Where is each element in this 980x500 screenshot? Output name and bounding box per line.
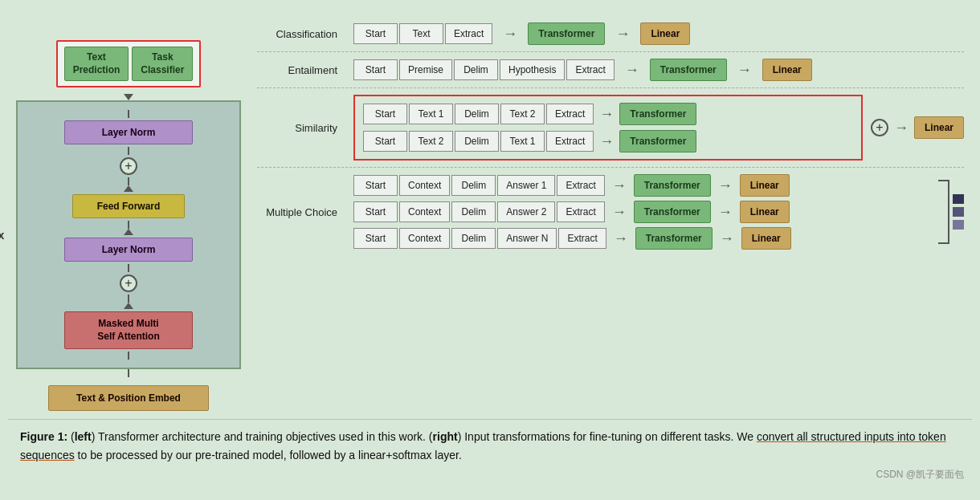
mc2-inputs: Start Context Delim Answer 2 Extract	[353, 201, 605, 222]
mc-row-3: Start Context Delim Answer N Extract → T…	[353, 227, 929, 250]
classification-inputs: Start Text Extract	[353, 23, 492, 44]
layer-norm-1-box: Layer Norm	[64, 120, 193, 144]
mc2-delim: Delim	[451, 201, 496, 222]
sim2-start: Start	[363, 131, 407, 152]
entailment-label: Entailment	[257, 64, 345, 76]
mc-bracket-output	[938, 180, 964, 244]
caption-left: (left) Transformer architecture and trai…	[71, 430, 757, 443]
mc-bracket-shape	[938, 180, 949, 244]
mc1-transformer: Transformer	[634, 174, 711, 197]
ent-start: Start	[353, 59, 398, 80]
sim1-transformer: Transformer	[619, 103, 696, 125]
mc1-linear: Linear	[740, 174, 790, 197]
mc-output-2	[953, 207, 964, 217]
sim-row2: Start Text 2 Delim Text 1 Extract → Tran…	[363, 130, 853, 152]
similarity-label: Similarity	[257, 122, 345, 134]
output-boxes: TextPrediction TaskClassifier	[56, 40, 202, 87]
ent-hypothesis: Hypothesis	[500, 59, 565, 80]
cls-transformer: Transformer	[528, 22, 605, 45]
mc2-answer2: Answer 2	[497, 201, 555, 222]
entailment-row: Entailment Start Premise Delim Hypothesi…	[257, 52, 964, 88]
sim2-arrow: →	[599, 133, 614, 150]
ent-premise: Premise	[399, 59, 452, 80]
mc2-linear: Linear	[740, 201, 790, 223]
mc-stacked-rows: Start Context Delim Answer 1 Extract → T…	[353, 174, 929, 250]
vert-line-3	[128, 177, 129, 185]
mc-output-3	[953, 220, 964, 230]
sim-inputs-2: Start Text 2 Delim Text 1 Extract	[363, 131, 594, 152]
mc1-inputs: Start Context Delim Answer 1 Extract	[353, 175, 605, 196]
mc-row-2: Start Context Delim Answer 2 Extract → T…	[353, 201, 929, 223]
entailment-inputs: Start Premise Delim Hypothesis Extract	[353, 59, 615, 80]
vert-line-1	[128, 110, 129, 118]
arrow-up-1	[124, 185, 133, 192]
sim-plus: +	[871, 119, 888, 136]
similarity-row: Similarity Start Text 1 Delim Text 2 Ext…	[257, 88, 964, 168]
main-container: TextPrediction TaskClassifier 12x Layer …	[8, 8, 972, 486]
mc3-context: Context	[399, 228, 450, 249]
top-section: TextPrediction TaskClassifier 12x Layer …	[8, 8, 972, 419]
mc1-start: Start	[353, 175, 398, 196]
sim-row1: Start Text 1 Delim Text 2 Extract → Tran…	[363, 103, 853, 125]
mc3-inputs: Start Context Delim Answer N Extract	[353, 228, 606, 249]
mc1-delim: Delim	[451, 175, 496, 196]
mc3-delim: Delim	[451, 228, 496, 249]
mc1-arrow2: →	[718, 177, 733, 194]
mc1-answer1: Answer 1	[497, 175, 555, 196]
cls-start: Start	[353, 23, 398, 44]
mc3-transformer: Transformer	[635, 227, 713, 250]
vert-line-6	[128, 295, 129, 303]
sim2-delim: Delim	[455, 131, 499, 152]
mc2-arrow: →	[612, 204, 627, 221]
feed-forward-box: Feed Forward	[72, 194, 185, 218]
sim1-text2: Text 2	[500, 104, 545, 124]
ent-extract: Extract	[566, 59, 614, 80]
vert-line-4	[128, 221, 129, 229]
mc-output-1	[953, 194, 964, 204]
sim-inputs-1: Start Text 1 Delim Text 2 Extract	[363, 104, 594, 124]
figure-label: Figure 1:	[20, 430, 67, 443]
mc3-answern: Answer N	[497, 228, 557, 249]
mc1-extract: Extract	[557, 175, 604, 196]
vert-line-2	[128, 147, 129, 155]
task-classifier-box: TaskClassifier	[132, 47, 193, 81]
mc3-start: Start	[353, 228, 398, 249]
sim1-arrow: →	[599, 106, 614, 123]
vert-line-8	[128, 369, 129, 377]
architecture-block: TextPrediction TaskClassifier 12x Layer …	[16, 40, 241, 411]
mc2-transformer: Transformer	[634, 201, 711, 223]
sim-right-output: + → Linear	[871, 116, 964, 139]
ent-transformer: Transformer	[650, 59, 727, 81]
mc3-extract: Extract	[558, 228, 606, 249]
cls-arrow2: →	[615, 26, 630, 43]
mc2-context: Context	[399, 201, 450, 222]
sim1-text1: Text 1	[409, 104, 453, 124]
cls-extract: Extract	[445, 23, 492, 44]
sim2-extract: Extract	[546, 131, 594, 152]
cls-linear: Linear	[640, 22, 690, 45]
plus-circle-2: +	[120, 274, 137, 292]
watermark: CSDN @凯子要面包	[8, 468, 972, 486]
mc3-arrow: →	[614, 230, 628, 247]
classification-row: Classification Start Text Extract → Tran…	[257, 16, 964, 52]
cls-text: Text	[399, 23, 443, 44]
similarity-wrapper: Start Text 1 Delim Text 2 Extract → Tran…	[353, 95, 863, 161]
arrow-up-3	[124, 303, 133, 309]
mc2-start: Start	[353, 201, 398, 222]
mc-label: Multiple Choice	[257, 206, 345, 218]
text-prediction-box: TextPrediction	[64, 47, 129, 81]
arch-inner: 12x Layer Norm + Feed Forward Layer Norm…	[16, 100, 241, 369]
sim2-text2: Text 2	[409, 131, 453, 152]
embed-box: Text & Position Embed	[48, 385, 209, 411]
classification-label: Classification	[257, 28, 345, 40]
ent-linear: Linear	[762, 59, 812, 81]
ent-delim: Delim	[454, 59, 498, 80]
mc3-linear: Linear	[741, 227, 791, 250]
figure-caption: Figure 1: (left) Transformer architectur…	[8, 419, 972, 468]
mc-small-boxes	[953, 194, 964, 230]
mc2-arrow2: →	[718, 204, 733, 221]
sim1-start: Start	[363, 104, 407, 124]
ent-arrow2: →	[737, 62, 752, 79]
multiple-choice-row: Multiple Choice Start Context Delim Answ…	[257, 168, 964, 256]
vert-line-5	[128, 264, 129, 272]
